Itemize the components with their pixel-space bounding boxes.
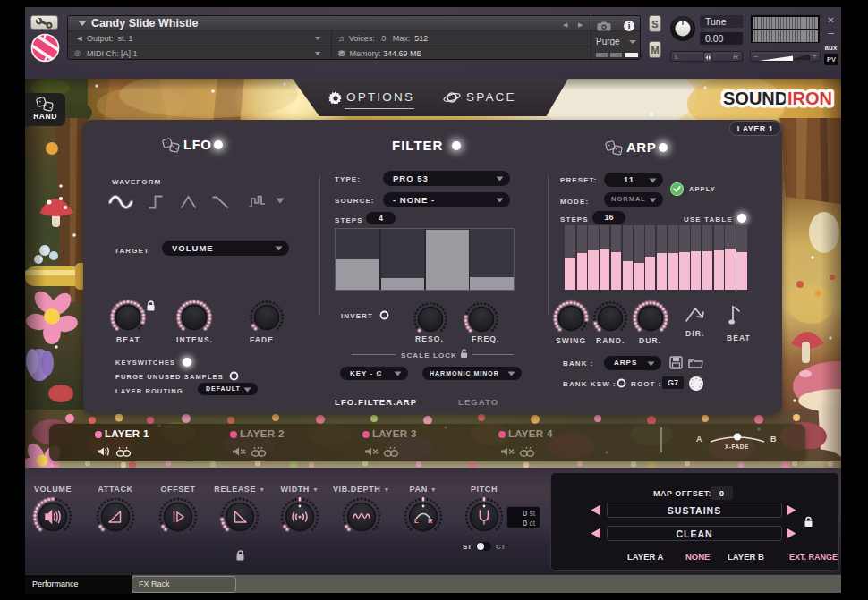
svg-text:L: L xyxy=(414,517,419,525)
svg-text:R: R xyxy=(428,517,433,525)
svg-text:i: i xyxy=(628,21,631,30)
svg-text:SOUND: SOUND xyxy=(723,89,787,108)
svg-text:IRON: IRON xyxy=(787,89,832,108)
